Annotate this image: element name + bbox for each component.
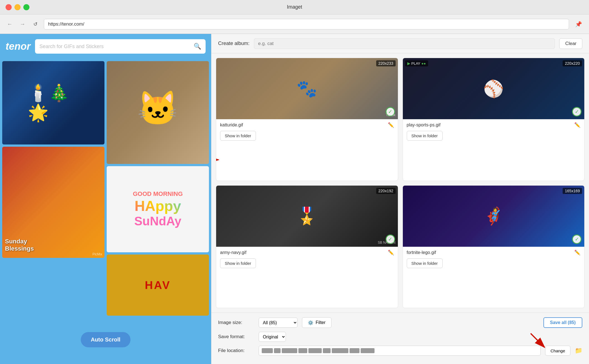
play-label: PLAY	[411, 61, 420, 66]
right-panel: Create album: Clear 🐾 220x233 ✓ TikTok k…	[211, 34, 589, 364]
filter-icon: ⚙️	[308, 320, 313, 325]
image-card-fortnite: 🦸 165x169 ✓ fortnite-lego.gif ✏️ Show in…	[403, 185, 585, 308]
path-segment-2	[274, 348, 281, 353]
show-folder-button-fortnite[interactable]: Show in folder	[407, 258, 443, 268]
image-size-badge-army: 220x192	[376, 188, 396, 194]
gif-item-xmas[interactable]	[2, 61, 104, 144]
bottom-row-size: Image size: All (85) Small Medium Large …	[218, 317, 582, 328]
image-grid: 🐾 220x233 ✓ TikTok katturide.gif ✏️ Show…	[211, 53, 589, 313]
check-badge-sports: ✓	[572, 107, 581, 116]
edit-icon-fortnite[interactable]: ✏️	[574, 250, 580, 256]
image-info-katturide: katturide.gif ✏️	[216, 119, 398, 131]
image-card-sports: ⚾ ▶ PLAY ●● 220x220 ✓ play-sports-ps.gif…	[403, 58, 585, 181]
image-size-label: Image size:	[218, 320, 254, 325]
gif-film-text: HAV	[145, 279, 171, 291]
bottom-row-format: Save format: Original GIF MP4 WebP	[218, 332, 582, 342]
path-segment-7	[332, 348, 348, 353]
browser-chrome: ← → ↺ 📌	[0, 14, 589, 34]
svg-line-3	[531, 333, 545, 347]
image-thumb-fortnite: 🦸 165x169 ✓	[403, 186, 585, 247]
image-size-badge-katturide: 220x233	[376, 60, 396, 66]
gif-grid: SundayBlessings PicMix GOOD MORNING HApp…	[0, 59, 211, 364]
bottom-bar: Image size: All (85) Small Medium Large …	[211, 313, 589, 364]
bottom-row-location: File location: Change 📁	[218, 346, 582, 356]
gif-item-cat[interactable]	[107, 61, 209, 164]
path-segment-5	[308, 348, 322, 353]
refresh-button[interactable]: ↺	[31, 20, 39, 28]
play-icon: ▶	[407, 61, 410, 66]
save-format-select[interactable]: Original GIF MP4 WebP	[259, 332, 286, 342]
red-arrow-left	[216, 153, 222, 167]
tenor-header: tenor Search for GIFs and Stickers 🔍	[0, 34, 211, 59]
pin-icon[interactable]: 📌	[573, 19, 583, 29]
right-top-bar: Create album: Clear	[211, 34, 589, 53]
tenor-search-bar[interactable]: Search for GIFs and Stickers 🔍	[35, 39, 206, 54]
image-info-army: army-navy.gif ✏️	[216, 247, 398, 258]
image-preview-fortnite: 🦸 165x169 ✓	[403, 186, 585, 247]
filter-label: Filter	[316, 320, 326, 325]
back-button[interactable]: ←	[6, 20, 14, 28]
filename-fortnite: fortnite-lego.gif	[407, 250, 572, 255]
image-preview-katturide: 🐾 220x233 ✓ TikTok	[216, 58, 398, 119]
play-badge-sports: ▶ PLAY ●●	[405, 60, 428, 66]
watermark-army: SB NATION	[378, 241, 396, 245]
image-card-army: 🎖️ 220x192 ✓ SB NATION army-navy.gif ✏️ …	[216, 185, 398, 308]
image-size-select[interactable]: All (85) Small Medium Large	[259, 318, 298, 328]
filter-button[interactable]: ⚙️ Filter	[302, 317, 331, 328]
browser-content: tenor Search for GIFs and Stickers 🔍 Sun…	[0, 34, 211, 364]
check-badge-fortnite: ✓	[572, 235, 581, 244]
save-all-button[interactable]: Save all (85)	[543, 317, 583, 328]
gif-goodmorning-line1: GOOD MORNING	[133, 190, 183, 198]
edit-icon-sports[interactable]: ✏️	[574, 122, 580, 128]
path-segment-1	[262, 348, 273, 353]
path-segment-4	[298, 348, 307, 353]
image-preview-sports: ⚾ ▶ PLAY ●● 220x220 ✓	[403, 58, 585, 119]
minimize-button[interactable]	[14, 4, 21, 10]
tenor-logo: tenor	[6, 41, 31, 52]
save-format-label: Save format:	[218, 334, 254, 340]
filename-katturide: katturide.gif	[220, 123, 386, 128]
main-layout: tenor Search for GIFs and Stickers 🔍 Sun…	[0, 34, 589, 364]
image-thumb-katturide: 🐾 220x233 ✓ TikTok	[216, 58, 398, 119]
show-folder-button-katturide[interactable]: Show in folder	[220, 131, 256, 141]
folder-icon[interactable]: 📁	[575, 347, 582, 354]
image-size-badge-sports: 220x220	[563, 60, 582, 66]
gif-goodmorning-line2: HAppy	[134, 198, 181, 214]
edit-icon-katturide[interactable]: ✏️	[388, 122, 394, 128]
edit-icon-army[interactable]: ✏️	[388, 250, 394, 256]
titlebar: Imaget	[0, 0, 589, 14]
image-info-fortnite: fortnite-lego.gif ✏️	[403, 247, 585, 258]
image-size-badge-fortnite: 165x169	[563, 188, 582, 194]
gif-goodmorning-line3: SuNdAy	[134, 214, 181, 228]
album-input[interactable]	[254, 38, 555, 49]
image-thumb-army: 🎖️ 220x192 ✓ SB NATION	[216, 186, 398, 247]
gif-credit: PicMix	[93, 252, 102, 256]
image-card-katturide: 🐾 220x233 ✓ TikTok katturide.gif ✏️ Show…	[216, 58, 398, 181]
search-icon: 🔍	[194, 43, 201, 50]
gif-item-goodmorning[interactable]: GOOD MORNING HAppy SuNdAy	[107, 166, 209, 252]
address-bar[interactable]	[44, 19, 569, 29]
image-info-sports: play-sports-ps.gif ✏️	[403, 119, 585, 131]
path-segment-9	[361, 348, 375, 353]
gif-column-1: SundayBlessings PicMix	[2, 61, 104, 362]
create-album-label: Create album:	[218, 41, 249, 46]
watermark-katturide: TikTok	[386, 113, 395, 117]
gif-item-autumn[interactable]: SundayBlessings PicMix	[2, 147, 104, 258]
show-folder-button-sports[interactable]: Show in folder	[407, 131, 443, 141]
path-segment-3	[282, 348, 297, 353]
gif-autumn-text: SundayBlessings	[5, 238, 34, 252]
window-controls	[6, 4, 29, 10]
tenor-search-placeholder: Search for GIFs and Stickers	[39, 44, 104, 49]
maximize-button[interactable]	[23, 4, 29, 10]
forward-button[interactable]: →	[18, 20, 27, 28]
filename-sports: play-sports-ps.gif	[407, 123, 572, 128]
image-thumb-sports: ⚾ ▶ PLAY ●● 220x220 ✓	[403, 58, 585, 119]
show-folder-button-army[interactable]: Show in folder	[220, 258, 256, 268]
path-segment-6	[323, 348, 331, 353]
clear-button[interactable]: Clear	[559, 38, 582, 49]
filename-army: army-navy.gif	[220, 250, 386, 255]
change-button[interactable]: Change	[545, 346, 570, 356]
close-button[interactable]	[6, 4, 12, 10]
auto-scroll-button[interactable]: Auto Scroll	[81, 332, 131, 347]
gif-item-film[interactable]: HAV	[107, 255, 209, 316]
